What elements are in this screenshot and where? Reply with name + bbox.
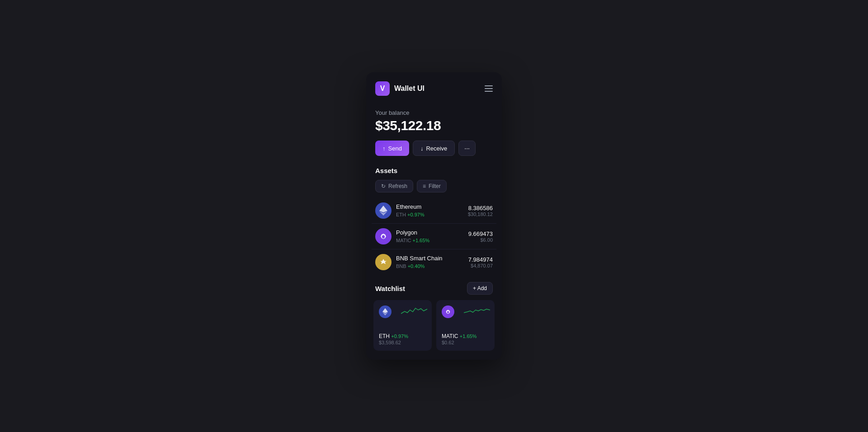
watchlist-cards: ETH +0.97% $3,598.62 MATIC +1.65% $0.62 — [366, 300, 502, 360]
table-row[interactable]: Polygon MATIC +1.65% 9.669473 $6.00 — [372, 224, 496, 249]
matic-icon — [375, 228, 392, 244]
asset-change: +0.40% — [408, 263, 425, 269]
wallet-card: V Wallet UI Your balance $35,122.18 ↑ Se… — [366, 72, 502, 360]
asset-name: Ethereum — [396, 203, 425, 210]
assets-title: Assets — [366, 165, 502, 180]
asset-name: BNB Smart Chain — [396, 255, 443, 262]
watchlist-title: Watchlist — [375, 285, 405, 292]
menu-button[interactable] — [485, 85, 493, 92]
asset-change: +0.97% — [407, 212, 425, 217]
filter-icon: ≡ — [423, 183, 426, 189]
asset-value: $4,870.07 — [468, 263, 493, 268]
matic-sparkline — [464, 305, 491, 320]
assets-controls: ↻ Refresh ≡ Filter — [366, 180, 502, 198]
asset-amount: 7.984974 — [468, 256, 493, 263]
asset-name: Polygon — [396, 229, 429, 236]
receive-arrow-icon: ↓ — [420, 145, 424, 152]
list-item[interactable]: ETH +0.97% $3,598.62 — [373, 300, 432, 351]
asset-value: $30,180.12 — [468, 211, 493, 217]
eth-sparkline — [401, 305, 428, 320]
header: V Wallet UI — [366, 72, 502, 100]
balance-amount: $35,122.18 — [375, 118, 493, 133]
wc-value: $0.62 — [442, 340, 489, 345]
wc-ticker: ETH — [379, 333, 391, 339]
asset-ticker: BNB — [396, 263, 408, 269]
table-row[interactable]: BNB Smart Chain BNB +0.40% 7.984974 $4,8… — [372, 249, 496, 275]
wc-change: +0.97% — [391, 333, 408, 339]
refresh-button[interactable]: ↻ Refresh — [375, 180, 413, 193]
receive-button[interactable]: ↓ Receive — [413, 141, 455, 156]
watchlist-header: Watchlist + Add — [366, 275, 502, 300]
wc-ticker: MATIC — [442, 333, 460, 339]
logo-icon: V — [375, 81, 390, 96]
send-arrow-icon: ↑ — [382, 145, 386, 152]
asset-ticker: MATIC — [396, 238, 412, 243]
wc-eth-icon — [379, 305, 392, 318]
more-button[interactable]: ··· — [458, 141, 476, 156]
bnb-icon — [375, 254, 392, 270]
asset-change: +1.65% — [412, 238, 429, 243]
eth-icon — [375, 202, 392, 219]
wc-matic-icon — [442, 305, 454, 318]
action-buttons: ↑ Send ↓ Receive ··· — [366, 141, 502, 165]
header-left: V Wallet UI — [375, 81, 425, 96]
balance-section: Your balance $35,122.18 — [366, 100, 502, 141]
asset-list: Ethereum ETH +0.97% 8.386586 $30,180.12 — [366, 198, 502, 275]
filter-button[interactable]: ≡ Filter — [417, 180, 447, 193]
wc-value: $3,598.62 — [379, 340, 426, 345]
table-row[interactable]: Ethereum ETH +0.97% 8.386586 $30,180.12 — [372, 198, 496, 224]
wc-change: +1.65% — [460, 333, 477, 339]
app-title: Wallet UI — [394, 85, 425, 93]
send-button[interactable]: ↑ Send — [375, 141, 409, 156]
asset-ticker: ETH — [396, 212, 407, 217]
balance-label: Your balance — [375, 109, 493, 116]
asset-amount: 9.669473 — [468, 230, 493, 237]
add-button[interactable]: + Add — [467, 282, 493, 295]
asset-amount: 8.386586 — [468, 205, 493, 211]
list-item[interactable]: MATIC +1.65% $0.62 — [436, 300, 495, 351]
refresh-icon: ↻ — [381, 183, 386, 189]
asset-value: $6.00 — [468, 237, 493, 243]
